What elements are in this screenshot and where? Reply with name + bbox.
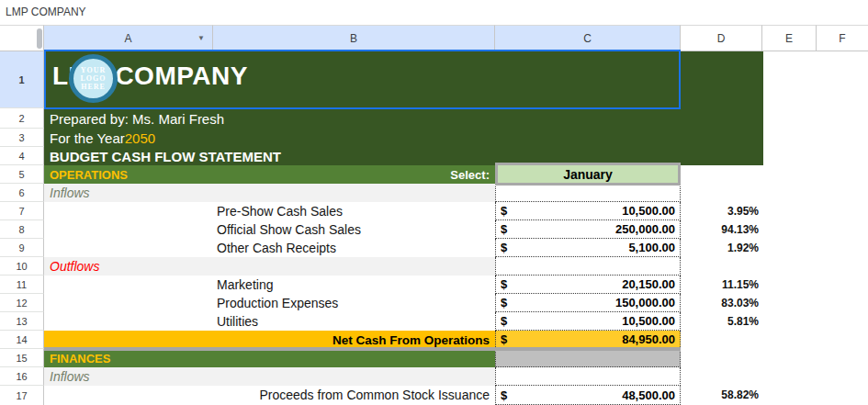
- row-header-3[interactable]: 3: [0, 129, 44, 147]
- row-number: 17: [16, 390, 27, 401]
- percent-cell-official-show[interactable]: 94.13%: [681, 220, 761, 239]
- amount-cell-utilities[interactable]: $ 10,500.00: [495, 312, 681, 331]
- operations-inflows-row[interactable]: Inflows: [44, 184, 495, 202]
- amount-cell-stock-issuance[interactable]: $ 48,500.00: [495, 386, 681, 405]
- statement-title: BUDGET CASH FLOW STATEMENT: [50, 149, 281, 164]
- row-number: 10: [16, 261, 27, 272]
- row-number: 16: [16, 371, 27, 382]
- percent-cell-pre-show[interactable]: 3.95%: [681, 202, 761, 220]
- logo-placeholder: YOUR LOGO HERE: [69, 54, 118, 103]
- column-header-f[interactable]: F: [817, 25, 868, 51]
- row-number: 14: [16, 334, 27, 345]
- row-number: 11: [17, 279, 27, 290]
- month-selector-cell[interactable]: January: [495, 163, 681, 186]
- row-header-2[interactable]: 2: [0, 108, 44, 129]
- row-header-6[interactable]: 6: [0, 184, 44, 202]
- row-label-stock-issuance[interactable]: Proceeds from Common Stock Issuance: [213, 386, 495, 405]
- row-header-5[interactable]: 5: [0, 165, 44, 184]
- column-letter: B: [350, 32, 357, 45]
- column-header-c[interactable]: C: [495, 25, 681, 51]
- finances-inflows-row[interactable]: Inflows: [44, 367, 495, 386]
- percent-cell-utilities[interactable]: 5.81%: [681, 312, 761, 331]
- select-label: Select:: [450, 168, 490, 182]
- operations-outflows-row[interactable]: Outflows: [44, 257, 495, 276]
- row-header-11[interactable]: 11: [0, 276, 44, 294]
- net-operations-row[interactable]: Net Cash From Operations: [44, 331, 495, 349]
- row-label-official-show[interactable]: Official Show Cash Sales: [213, 220, 495, 239]
- row-header-17[interactable]: 17: [0, 386, 44, 405]
- row-header-9[interactable]: 9: [0, 239, 44, 257]
- amount-value: 250,000.00: [615, 222, 675, 236]
- amount-cell-other-receipts[interactable]: $ 5,100.00: [495, 239, 681, 257]
- inflows-label: Inflows: [50, 369, 90, 384]
- row-label-production[interactable]: Production Expenses: [213, 294, 495, 312]
- column-letter: A: [124, 32, 131, 45]
- column-letter: F: [839, 32, 845, 45]
- column-header-b[interactable]: B: [213, 25, 495, 51]
- chevron-down-icon[interactable]: ▼: [197, 35, 205, 42]
- row-header-7[interactable]: 7: [0, 202, 44, 220]
- column-header-d[interactable]: D: [681, 25, 762, 51]
- finances-section-header[interactable]: FINANCES: [44, 349, 495, 367]
- year-value: 2050: [125, 130, 155, 146]
- amount-cell-pre-show[interactable]: $ 10,500.00: [495, 202, 681, 220]
- row-label-utilities[interactable]: Utilities: [213, 312, 495, 331]
- row-header-1[interactable]: 1: [0, 51, 44, 108]
- column-header-e[interactable]: E: [762, 25, 817, 51]
- percent-cell-other-receipts[interactable]: 1.92%: [681, 239, 761, 257]
- amount-cell-net-operations[interactable]: $ 84,950.00: [495, 331, 681, 349]
- operations-section-header[interactable]: OPERATIONS Select:: [44, 165, 495, 184]
- logo-text-line: YOUR: [81, 66, 107, 74]
- year-cell[interactable]: For the Year 2050: [44, 129, 763, 147]
- row-number: 12: [16, 298, 27, 309]
- amount-value: 150,000.00: [615, 296, 675, 309]
- amount-cell-marketing[interactable]: $ 20,150.00: [495, 276, 681, 294]
- row-header-8[interactable]: 8: [0, 220, 44, 239]
- cell-c10[interactable]: [495, 257, 681, 276]
- row-number: 2: [18, 113, 24, 124]
- row-header-16[interactable]: 16: [0, 367, 44, 386]
- row-number: 1: [18, 74, 24, 85]
- amount-cell-production[interactable]: $ 150,000.00: [495, 294, 681, 312]
- row-header-4[interactable]: 4: [0, 147, 44, 165]
- row-header-12[interactable]: 12: [0, 294, 44, 312]
- logo-text-line: HERE: [81, 83, 106, 91]
- row-header-15[interactable]: 15: [0, 349, 44, 367]
- row-header-13[interactable]: 13: [0, 312, 44, 331]
- column-letter: D: [717, 32, 726, 45]
- amount-cell-official-show[interactable]: $ 250,000.00: [495, 220, 681, 239]
- amount-value: 84,950.00: [622, 332, 675, 346]
- percent-cell-marketing[interactable]: 11.15%: [681, 276, 761, 294]
- amount-value: 10,500.00: [622, 204, 675, 218]
- cell-c6[interactable]: [495, 184, 681, 202]
- cell-c16[interactable]: [495, 367, 681, 386]
- column-letter: C: [583, 32, 592, 45]
- select-all-corner[interactable]: [0, 25, 44, 51]
- currency-symbol: $: [501, 241, 507, 254]
- net-operations-label: Net Cash From Operations: [333, 333, 490, 347]
- percent-cell-production[interactable]: 83.03%: [681, 294, 761, 312]
- row-header-10[interactable]: 10: [0, 257, 44, 276]
- cell-c15[interactable]: [495, 349, 681, 367]
- column-header-a[interactable]: A ▼: [44, 25, 213, 51]
- row-number: 13: [16, 316, 27, 327]
- row-header-14[interactable]: 14: [0, 331, 44, 349]
- thick-gray-separator: [44, 347, 681, 351]
- top-bar: LMP COMPANY: [0, 0, 868, 25]
- currency-symbol: $: [501, 277, 507, 291]
- row-label-marketing[interactable]: Marketing: [213, 276, 495, 294]
- currency-symbol: $: [501, 332, 507, 346]
- logo-text-line: LOGO: [80, 74, 106, 83]
- row-number: 15: [16, 353, 27, 364]
- row-number: 8: [18, 224, 24, 235]
- currency-symbol: $: [501, 204, 507, 218]
- percent-cell-stock-issuance[interactable]: 58.82%: [681, 386, 761, 405]
- finances-label: FINANCES: [50, 352, 110, 366]
- year-label: For the Year: [50, 130, 125, 146]
- corner-handle-icon: [37, 28, 42, 49]
- prepared-by-cell[interactable]: Prepared by: Ms. Mari Fresh: [44, 108, 763, 129]
- row-label-other-receipts[interactable]: Other Cash Receipts: [213, 239, 495, 257]
- currency-symbol: $: [501, 314, 507, 328]
- currency-symbol: $: [501, 222, 507, 236]
- row-label-pre-show[interactable]: Pre-Show Cash Sales: [213, 202, 495, 220]
